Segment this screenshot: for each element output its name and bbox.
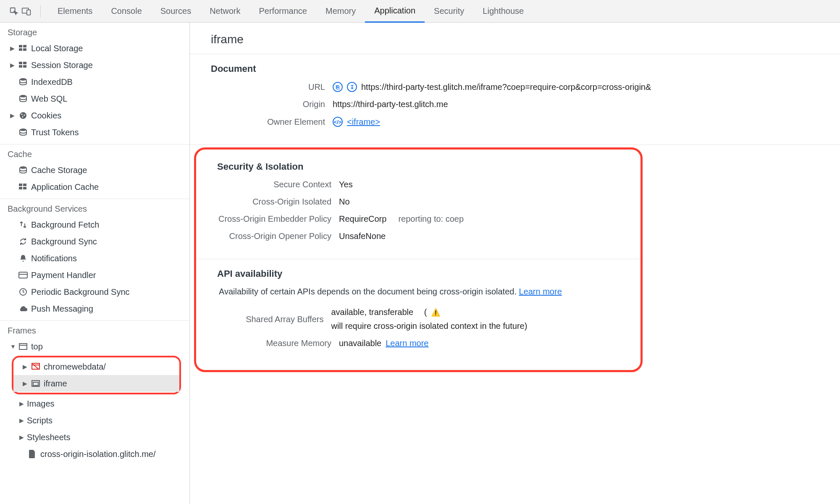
security-isolation-section: Security & Isolation Secure Context Yes …: [196, 152, 640, 259]
row-cross-origin-isolated: Cross-Origin Isolated No: [217, 197, 620, 207]
tab-network[interactable]: Network: [200, 0, 249, 23]
sidebar-item-label: Session Storage: [31, 60, 93, 70]
sidebar-item-websql[interactable]: Web SQL: [0, 90, 189, 107]
sidebar-item-notifications[interactable]: Notifications: [0, 250, 189, 267]
tab-performance[interactable]: Performance: [250, 0, 317, 23]
sidebar-item-background-sync[interactable]: Background Sync: [0, 233, 189, 250]
sidebar-item-background-fetch[interactable]: Background Fetch: [0, 216, 189, 233]
value-secure-context: Yes: [339, 180, 353, 189]
url-value: https://third-party-test.glitch.me/ifram…: [361, 82, 651, 92]
measure-memory-learn-more-link[interactable]: Learn more: [386, 339, 428, 348]
application-main-panel: iframe Document URL ⎘ ↧ https://third-pa…: [190, 23, 840, 504]
sidebar-item-label: Background Sync: [31, 237, 97, 247]
sidebar-item-iframe[interactable]: ▶ iframe: [13, 375, 179, 392]
sidebar-item-cross-origin-isolation-doc[interactable]: cross-origin-isolation.glitch.me/: [0, 446, 189, 462]
owner-element-link[interactable]: <iframe>: [347, 117, 380, 127]
value-coep: RequireCorp: [339, 214, 386, 224]
sidebar-item-frame-top[interactable]: ▼ top: [0, 338, 189, 355]
sidebar-item-label: iframe: [44, 379, 67, 388]
svg-point-16: [22, 116, 24, 118]
section-heading-storage: Storage: [0, 23, 189, 40]
tab-sources[interactable]: Sources: [151, 0, 200, 23]
device-toolbar-icon[interactable]: [20, 5, 33, 18]
reveal-element-icon[interactable]: </>: [333, 117, 343, 127]
sidebar-item-push-messaging[interactable]: Push Messaging: [0, 300, 189, 317]
label-coep-reporting: reporting to:: [398, 214, 443, 223]
storage-grid-icon: [18, 45, 29, 52]
sidebar-item-label: Images: [27, 399, 55, 409]
sidebar-item-payment-handler[interactable]: Payment Handler: [0, 267, 189, 284]
sidebar-item-label: top: [31, 342, 43, 352]
sync-icon: [18, 237, 29, 246]
sidebar-item-chromewebdata[interactable]: ▶ chromewebdata/: [13, 358, 179, 375]
sidebar-item-session-storage[interactable]: ▶ Session Storage: [0, 57, 189, 74]
sidebar-item-label: Local Storage: [31, 44, 83, 53]
tab-security[interactable]: Security: [425, 0, 473, 23]
api-learn-more-link[interactable]: Learn more: [519, 287, 562, 296]
frame-detail-title: iframe: [190, 23, 840, 54]
sidebar-item-label: chromewebdata/: [44, 362, 106, 372]
sidebar-item-label: Notifications: [31, 254, 77, 263]
chevron-right-icon: ▶: [10, 112, 16, 119]
tab-lighthouse[interactable]: Lighthouse: [473, 0, 533, 23]
svg-rect-6: [23, 48, 26, 51]
svg-point-13: [20, 112, 26, 119]
chevron-right-icon: ▶: [19, 417, 25, 424]
sidebar-item-stylesheets[interactable]: ▶ Stylesheets: [0, 429, 189, 446]
api-description: Availability of certain APIs depends on …: [219, 287, 517, 296]
svg-rect-23: [19, 272, 27, 278]
sidebar-item-application-cache[interactable]: Application Cache: [0, 178, 189, 195]
svg-rect-32: [33, 382, 38, 386]
svg-rect-10: [23, 65, 26, 68]
tab-memory[interactable]: Memory: [316, 0, 365, 23]
sidebar-item-label: Trust Tokens: [31, 128, 79, 137]
bell-icon: [18, 254, 29, 262]
svg-point-17: [20, 129, 26, 131]
svg-rect-20: [23, 184, 26, 186]
sidebar-item-local-storage[interactable]: ▶ Local Storage: [0, 40, 189, 57]
database-icon: [18, 166, 29, 174]
tab-console[interactable]: Console: [102, 0, 151, 23]
row-secure-context: Secure Context Yes: [217, 180, 620, 189]
sidebar-item-label: Push Messaging: [31, 304, 93, 314]
row-url: URL ⎘ ↧ https://third-party-test.glitch.…: [211, 82, 819, 92]
sidebar-item-scripts[interactable]: ▶ Scripts: [0, 412, 189, 429]
document-section: Document URL ⎘ ↧ https://third-party-tes…: [190, 54, 840, 145]
tab-elements[interactable]: Elements: [48, 0, 102, 23]
sidebar-item-cache-storage[interactable]: Cache Storage: [0, 162, 189, 178]
value-cross-origin-isolated: No: [339, 197, 350, 207]
label-owner-element: Owner Element: [211, 117, 333, 127]
chevron-right-icon: ▶: [10, 45, 16, 52]
copy-url-icon[interactable]: ⎘: [333, 82, 343, 92]
label-origin: Origin: [211, 100, 333, 109]
svg-rect-26: [19, 344, 27, 349]
inspect-element-icon[interactable]: [8, 5, 20, 18]
row-shared-array-buffers: Shared Array Buffers available, transfer…: [217, 307, 620, 331]
svg-rect-8: [23, 62, 26, 64]
frame-icon: [18, 343, 29, 350]
svg-rect-7: [19, 62, 22, 64]
row-coop: Cross-Origin Opener Policy UnsafeNone: [217, 231, 620, 241]
sidebar-item-indexeddb[interactable]: IndexedDB: [0, 74, 189, 90]
tab-application[interactable]: Application: [365, 0, 425, 23]
row-owner-element: Owner Element </> <iframe>: [211, 117, 819, 127]
value-sab: available, transferable: [331, 307, 413, 317]
cloud-icon: [18, 305, 29, 312]
sidebar-item-trust-tokens[interactable]: Trust Tokens: [0, 124, 189, 141]
section-heading-cache: Cache: [0, 144, 189, 162]
fetch-arrows-icon: [18, 220, 29, 229]
svg-rect-19: [19, 184, 22, 186]
label-coop: Cross-Origin Opener Policy: [217, 231, 339, 241]
reveal-network-icon[interactable]: ↧: [347, 82, 357, 92]
label-url: URL: [211, 82, 333, 92]
sidebar-item-cookies[interactable]: ▶ Cookies: [0, 107, 189, 124]
tabbar-separator: [40, 5, 41, 18]
sidebar-item-label: Payment Handler: [31, 270, 96, 280]
sidebar-item-label: cross-origin-isolation.glitch.me/: [40, 449, 156, 459]
sidebar-item-periodic-bg-sync[interactable]: Periodic Background Sync: [0, 284, 189, 300]
label-cross-origin-isolated: Cross-Origin Isolated: [217, 197, 339, 207]
svg-point-14: [21, 114, 23, 115]
svg-rect-9: [19, 65, 22, 68]
sidebar-item-images[interactable]: ▶ Images: [0, 395, 189, 412]
label-coep: Cross-Origin Embedder Policy: [209, 214, 339, 224]
